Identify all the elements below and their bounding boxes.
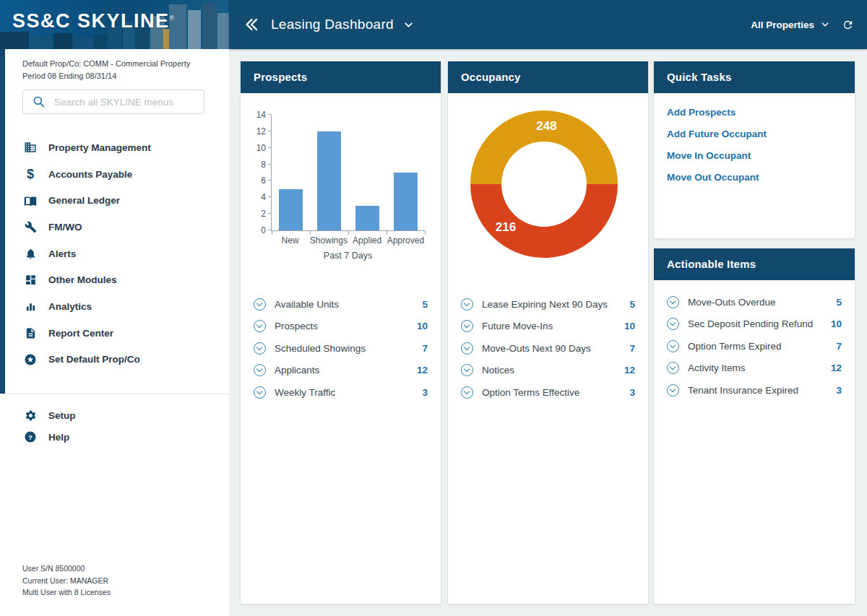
x-axis-tick-mark	[387, 231, 387, 235]
chevron-down-circle-icon[interactable]	[254, 342, 266, 355]
property-selector[interactable]: All Properties	[751, 19, 830, 30]
add-future-occupant-link[interactable]: Add Future Occupant	[654, 123, 855, 145]
top-header-bar: Leasing Dashboard All Properties	[229, 0, 867, 49]
chevron-down-circle-icon[interactable]	[461, 320, 473, 332]
list-item[interactable]: Option Terms Expired 7	[654, 335, 855, 357]
list-item-count: 10	[417, 321, 428, 331]
sidebar-item-other-modules[interactable]: Other Modules	[0, 266, 229, 293]
chevron-down-icon	[820, 19, 830, 30]
sidebar-item-property-management[interactable]: Property Management	[0, 134, 229, 161]
list-item[interactable]: Available Units 5	[241, 293, 441, 316]
list-item-count: 10	[831, 318, 842, 329]
y-axis-tick-label: 8	[241, 160, 266, 170]
bar-category-label: Applied	[348, 235, 387, 246]
search-input[interactable]	[54, 97, 191, 108]
bar-slot	[310, 131, 348, 230]
default-prop-line: Default Prop/Co: COMM - Commercial Prope…	[22, 58, 190, 70]
chevron-down-circle-icon[interactable]	[667, 340, 679, 352]
list-item-label: Option Terms Effective	[482, 387, 579, 398]
bar-chart-x-axis-label: Past 7 Days	[271, 251, 425, 261]
sidebar-item-help[interactable]: ? Help	[0, 426, 229, 448]
sidebar-item-analytics[interactable]: Analytics	[0, 293, 229, 320]
chevron-down-circle-icon[interactable]	[667, 362, 679, 374]
chevron-down-circle-icon[interactable]	[461, 386, 473, 399]
y-axis-tick-label: 12	[241, 126, 266, 136]
sidebar-item-set-default-propco[interactable]: Set Default Prop/Co	[0, 347, 229, 373]
chevron-down-circle-icon[interactable]	[461, 342, 473, 355]
list-item[interactable]: Move-Outs Overdue 5	[654, 291, 855, 313]
sidebar-footer-menu: Setup ? Help	[0, 404, 229, 448]
list-item-count: 7	[629, 343, 635, 354]
current-user: Current User: MANAGER	[22, 575, 111, 587]
chevron-down-circle-icon[interactable]	[254, 386, 266, 399]
sidebar-item-setup[interactable]: Setup	[0, 404, 229, 426]
move-out-occupant-link[interactable]: Move Out Occupant	[654, 167, 855, 188]
y-axis-tick-label: 4	[241, 192, 266, 202]
list-item[interactable]: Future Move-Ins 10	[448, 316, 648, 338]
license-info: Multi User with 8 Licenses	[22, 586, 111, 599]
collapse-sidebar-icon[interactable]	[242, 16, 259, 33]
page-title: Leasing Dashboard	[271, 17, 394, 32]
list-item-label: Tenant Insurance Expired	[688, 385, 798, 396]
sidebar-item-general-ledger[interactable]: General Ledger	[0, 187, 229, 214]
list-item[interactable]: Applicants 12	[241, 360, 441, 382]
analytics-icon	[22, 300, 38, 313]
move-in-occupant-link[interactable]: Move In Occupant	[654, 145, 855, 167]
menu-search[interactable]	[22, 90, 204, 114]
actionable-items-card-title: Actionable Items	[654, 248, 855, 280]
sidebar-item-alerts[interactable]: Alerts	[0, 240, 229, 267]
x-axis-tick-mark	[425, 231, 426, 235]
list-item-label: Move-Outs Overdue	[688, 297, 776, 308]
y-axis-tick-mark	[268, 196, 272, 197]
bar-chart-plot-area: 02468101214	[271, 116, 425, 231]
list-item[interactable]: Tenant Insurance Expired 3	[654, 379, 855, 402]
y-axis-tick-label: 2	[241, 209, 266, 219]
quick-tasks-card: Quick Tasks Add Prospects Add Future Occ…	[654, 61, 855, 238]
sidebar-item-label: Alerts	[48, 248, 76, 259]
chevron-down-circle-icon[interactable]	[461, 298, 473, 311]
chevron-down-circle-icon[interactable]	[667, 384, 679, 396]
list-item-count: 5	[629, 299, 635, 310]
dashboard-selector-chevron-icon[interactable]	[402, 19, 415, 31]
list-item-count: 12	[831, 363, 842, 373]
add-prospects-link[interactable]: Add Prospects	[654, 102, 855, 123]
list-item-label: Lease Expiring Next 90 Days	[482, 299, 608, 310]
sidebar-item-accounts-payable[interactable]: $ Accounts Payable	[0, 161, 229, 188]
bar-chart-bars	[272, 116, 425, 230]
chevron-down-circle-icon[interactable]	[254, 298, 266, 311]
sidebar: SS&C SKYLINE® Default Prop/Co: COMM - Co…	[0, 0, 229, 616]
list-item[interactable]: Notices 12	[448, 360, 648, 382]
list-item[interactable]: Weekly Traffic 3	[241, 381, 441, 404]
chevron-down-circle-icon[interactable]	[254, 320, 266, 332]
refresh-icon[interactable]	[842, 19, 854, 31]
sidebar-item-label: Report Center	[48, 328, 113, 339]
chevron-down-circle-icon[interactable]	[254, 364, 266, 376]
dollar-icon: $	[22, 167, 38, 182]
list-item-count: 3	[629, 387, 635, 398]
prospects-card: Prospects 02468101214 NewShowingsApplied…	[241, 61, 441, 604]
bar-approved	[394, 173, 418, 230]
list-item-count: 10	[624, 321, 635, 331]
y-axis-tick-mark	[268, 213, 272, 214]
property-selector-label: All Properties	[751, 19, 814, 30]
chevron-down-circle-icon[interactable]	[667, 318, 679, 330]
list-item[interactable]: Prospects 10	[241, 316, 441, 338]
list-item-count: 12	[624, 365, 635, 376]
sidebar-item-fm-wo[interactable]: FM/WO	[0, 214, 229, 240]
list-item[interactable]: Activity Items 12	[654, 357, 855, 380]
y-axis-tick-mark	[268, 114, 272, 115]
sidebar-item-report-center[interactable]: Report Center	[0, 320, 229, 347]
list-item[interactable]: Option Terms Effective 3	[448, 381, 648, 404]
list-item[interactable]: Sec Deposit Pending Refund 10	[654, 313, 855, 336]
occupancy-list: Lease Expiring Next 90 Days 5 Future Mov…	[448, 293, 648, 404]
bar-chart-category-labels: NewShowingsAppliedApproved	[271, 235, 425, 246]
list-item[interactable]: Scheduled Showings 7	[241, 337, 441, 360]
list-item[interactable]: Lease Expiring Next 90 Days 5	[448, 293, 648, 316]
sidebar-item-label: Help	[48, 432, 69, 443]
list-item[interactable]: Move-Outs Next 90 Days 7	[448, 337, 648, 360]
actionable-items-list: Move-Outs Overdue 5 Sec Deposit Pending …	[654, 291, 855, 402]
chevron-down-circle-icon[interactable]	[667, 296, 679, 308]
chevron-down-circle-icon[interactable]	[461, 364, 473, 376]
list-item-label: Weekly Traffic	[275, 387, 335, 398]
donut-value-top: 248	[536, 119, 556, 134]
